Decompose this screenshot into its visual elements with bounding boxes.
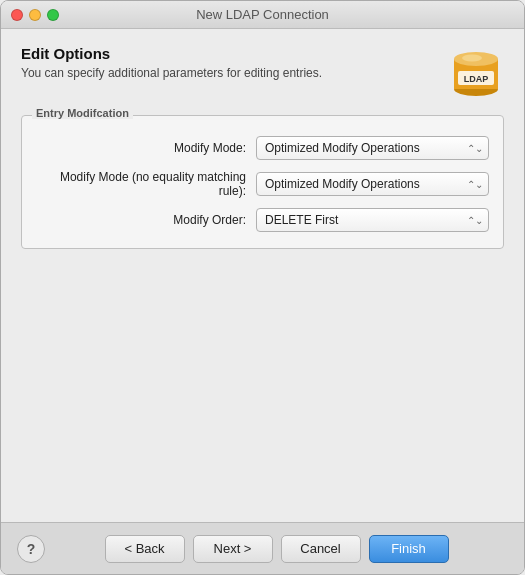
maximize-button[interactable] bbox=[47, 9, 59, 21]
back-button[interactable]: < Back bbox=[105, 535, 185, 563]
modify-mode-select[interactable]: Optimized Modify Operations Standard Mod… bbox=[256, 136, 489, 160]
help-button[interactable]: ? bbox=[17, 535, 45, 563]
modify-mode-label: Modify Mode: bbox=[36, 141, 256, 155]
finish-button[interactable]: Finish bbox=[369, 535, 449, 563]
window-title: New LDAP Connection bbox=[196, 7, 329, 22]
modify-order-label: Modify Order: bbox=[36, 213, 256, 227]
modify-order-select[interactable]: DELETE First ADD First bbox=[256, 208, 489, 232]
cancel-button[interactable]: Cancel bbox=[281, 535, 361, 563]
page-subtitle: You can specify additional parameters fo… bbox=[21, 66, 322, 80]
ldap-icon-container: LDAP bbox=[448, 45, 504, 101]
modify-mode-no-eq-select[interactable]: Optimized Modify Operations Standard Mod… bbox=[256, 172, 489, 196]
main-content: Edit Options You can specify additional … bbox=[1, 29, 524, 522]
minimize-button[interactable] bbox=[29, 9, 41, 21]
group-title: Entry Modifcation bbox=[32, 107, 133, 119]
page-title: Edit Options bbox=[21, 45, 322, 62]
modify-order-select-wrapper: DELETE First ADD First ⌃⌄ bbox=[256, 208, 489, 232]
bottom-bar-buttons: < Back Next > Cancel Finish bbox=[45, 535, 508, 563]
modify-mode-select-wrapper: Optimized Modify Operations Standard Mod… bbox=[256, 136, 489, 160]
modify-mode-no-eq-row: Modify Mode (no equality matching rule):… bbox=[36, 170, 489, 198]
header-text: Edit Options You can specify additional … bbox=[21, 45, 322, 80]
close-button[interactable] bbox=[11, 9, 23, 21]
modify-mode-no-eq-label: Modify Mode (no equality matching rule): bbox=[36, 170, 256, 198]
help-icon: ? bbox=[27, 541, 36, 557]
modify-order-row: Modify Order: DELETE First ADD First ⌃⌄ bbox=[36, 208, 489, 232]
title-bar: New LDAP Connection bbox=[1, 1, 524, 29]
svg-point-3 bbox=[462, 55, 482, 62]
modify-mode-no-eq-select-wrapper: Optimized Modify Operations Standard Mod… bbox=[256, 172, 489, 196]
traffic-lights bbox=[11, 9, 59, 21]
ldap-icon: LDAP bbox=[450, 45, 502, 101]
header-row: Edit Options You can specify additional … bbox=[21, 45, 504, 101]
entry-modification-group: Entry Modifcation Modify Mode: Optimized… bbox=[21, 115, 504, 249]
bottom-bar: ? < Back Next > Cancel Finish bbox=[1, 522, 524, 574]
modify-mode-row: Modify Mode: Optimized Modify Operations… bbox=[36, 136, 489, 160]
svg-text:LDAP: LDAP bbox=[464, 74, 489, 84]
next-button[interactable]: Next > bbox=[193, 535, 273, 563]
